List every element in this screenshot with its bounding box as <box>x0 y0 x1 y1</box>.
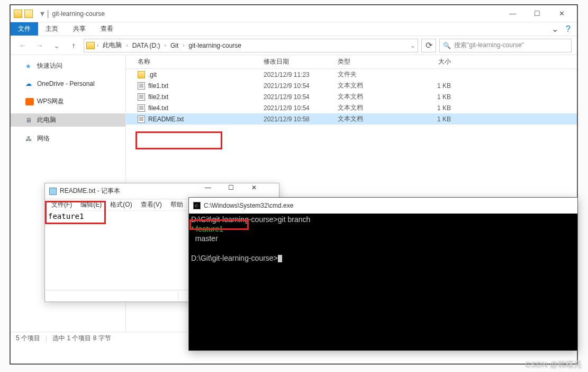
text-file-icon <box>138 116 145 123</box>
back-button[interactable]: ← <box>16 39 30 52</box>
tab-home[interactable]: 主页 <box>38 22 66 36</box>
nav-quick-access[interactable]: ★快速访问 <box>11 59 125 73</box>
tab-file[interactable]: 文件 <box>11 22 38 36</box>
file-size: 1 KB <box>419 104 462 112</box>
file-type: 文本文档 <box>338 92 419 101</box>
crumb-folder[interactable]: git-learning-course <box>187 42 243 49</box>
network-icon: 🖧 <box>25 135 34 143</box>
chevron-down-icon[interactable]: ⌄ <box>410 42 415 49</box>
crumb-git[interactable]: Git <box>168 42 180 49</box>
nav-label: OneDrive - Personal <box>37 80 95 87</box>
chevron-right-icon: › <box>183 42 184 48</box>
watermark: CSDN @韩曙亮 <box>525 360 582 370</box>
branch-marker: * <box>191 225 196 233</box>
current-branch: feature1 <box>196 225 223 233</box>
nav-label: 此电脑 <box>37 116 56 125</box>
branch-name: master <box>191 234 218 243</box>
minimize-button[interactable]: — <box>205 184 228 199</box>
qat-separator: ▾ | <box>40 8 49 19</box>
file-row[interactable]: README.txt2021/12/9 10:58文本文档1 KB <box>126 113 577 125</box>
file-size: 1 KB <box>419 82 462 90</box>
forward-button[interactable]: → <box>33 39 47 52</box>
folder-icon <box>14 10 22 18</box>
window-title: README.txt - 记事本 <box>60 187 120 196</box>
nav-onedrive[interactable]: ☁OneDrive - Personal <box>11 78 125 90</box>
nav-label: 网络 <box>37 134 50 143</box>
file-name: .git <box>148 71 157 78</box>
file-name: README.txt <box>148 116 184 123</box>
file-type: 文本文档 <box>338 114 419 123</box>
window-title: git-learning-course <box>52 10 105 17</box>
nav-wps[interactable]: WPS网盘 <box>11 95 125 108</box>
chevron-right-icon: › <box>97 42 98 48</box>
col-type[interactable]: 类型 <box>338 57 419 66</box>
pc-icon: 🖥 <box>25 117 34 124</box>
file-date: 2021/12/9 10:54 <box>264 93 338 101</box>
nav-label: WPS网盘 <box>37 97 64 106</box>
folder-icon <box>138 71 145 78</box>
file-row[interactable]: file1.txt2021/12/9 10:54文本文档1 KB <box>126 80 577 91</box>
tab-view[interactable]: 查看 <box>93 22 121 36</box>
crumb-drive[interactable]: DATA (D:) <box>130 42 162 49</box>
file-size: 1 KB <box>419 116 462 123</box>
text-file-icon <box>138 104 145 112</box>
file-name: file1.txt <box>148 82 168 90</box>
status-selection: 选中 1 个项目 8 字节 <box>52 334 111 343</box>
file-date: 2021/12/9 10:54 <box>264 82 338 90</box>
menu-edit[interactable]: 编辑(E) <box>77 200 105 209</box>
terminal-output[interactable]: D:\Git\git-learning-course>git branch * … <box>189 214 577 350</box>
nav-this-pc[interactable]: 🖥此电脑 <box>11 113 125 127</box>
cmd-icon: C: <box>193 202 201 209</box>
crumb-pc[interactable]: 此电脑 <box>101 41 124 50</box>
help-icon[interactable]: ? <box>566 24 571 34</box>
col-name[interactable]: 名称 <box>126 57 264 66</box>
file-date: 2021/12/9 10:54 <box>264 104 338 112</box>
refresh-button[interactable]: ⟳ <box>421 39 436 52</box>
maximize-button[interactable]: ☐ <box>525 6 549 22</box>
address-bar: ← → ⌄ ↑ › 此电脑 › DATA (D:) › Git › git-le… <box>11 36 577 55</box>
titlebar[interactable]: ▾ | git-learning-course — ☐ ✕ <box>11 5 577 22</box>
file-row[interactable]: file4.txt2021/12/9 10:54文本文档1 KB <box>126 102 577 113</box>
menu-format[interactable]: 格式(O) <box>107 200 135 209</box>
file-row[interactable]: file2.txt2021/12/9 10:54文本文档1 KB <box>126 91 577 102</box>
file-type: 文件夹 <box>338 70 419 79</box>
col-date[interactable]: 修改日期 <box>264 57 338 66</box>
cmd-window: C: C:\Windows\System32\cmd.exe D:\Git\gi… <box>188 197 578 351</box>
search-input[interactable]: 🔍 搜索"git-learning-course" <box>439 39 572 52</box>
recent-dropdown[interactable]: ⌄ <box>50 39 64 52</box>
breadcrumb[interactable]: › 此电脑 › DATA (D:) › Git › git-learning-c… <box>84 39 418 52</box>
nav-label: 快速访问 <box>37 61 62 70</box>
text-file-icon <box>138 93 145 101</box>
close-button[interactable]: ✕ <box>549 6 574 22</box>
star-icon: ★ <box>25 63 34 70</box>
status-count: 5 个项目 <box>16 334 40 343</box>
column-headers[interactable]: 名称 修改日期 类型 大小 <box>126 55 577 69</box>
minimize-button[interactable]: — <box>501 6 525 22</box>
file-row[interactable]: .git2021/12/9 11:23文件夹 <box>126 69 577 80</box>
titlebar[interactable]: C: C:\Windows\System32\cmd.exe <box>189 198 577 214</box>
nav-network[interactable]: 🖧网络 <box>11 132 125 145</box>
text-file-icon <box>138 82 145 90</box>
prompt: D:\Git\git-learning-course> <box>191 254 278 262</box>
maximize-button[interactable]: ☐ <box>228 184 251 199</box>
folder-icon <box>24 10 33 18</box>
chevron-right-icon: › <box>126 42 128 48</box>
search-placeholder: 搜索"git-learning-course" <box>454 41 524 50</box>
tab-share[interactable]: 共享 <box>66 22 93 36</box>
wps-icon <box>25 98 34 105</box>
file-type: 文本文档 <box>338 103 419 112</box>
col-size[interactable]: 大小 <box>419 57 462 66</box>
ribbon-expand-icon[interactable]: ⌄ <box>551 24 558 34</box>
cursor <box>278 255 282 262</box>
close-button[interactable]: ✕ <box>251 184 275 199</box>
menu-file[interactable]: 文件(F) <box>48 200 75 209</box>
folder-icon <box>86 42 95 49</box>
cloud-icon: ☁ <box>25 80 34 87</box>
file-date: 2021/12/9 11:23 <box>264 71 338 78</box>
search-icon: 🔍 <box>443 42 451 49</box>
menu-view[interactable]: 查看(V) <box>138 200 165 209</box>
up-button[interactable]: ↑ <box>67 39 80 52</box>
menu-help[interactable]: 帮助 <box>167 200 186 209</box>
file-name: file4.txt <box>148 104 168 112</box>
file-name: file2.txt <box>148 93 168 101</box>
